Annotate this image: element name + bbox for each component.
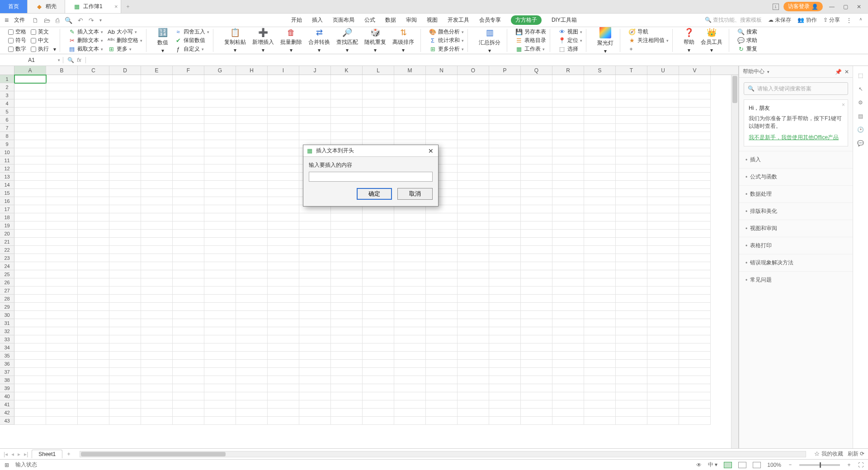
cell[interactable] bbox=[426, 246, 458, 254]
cell[interactable] bbox=[204, 295, 236, 303]
cell[interactable] bbox=[109, 189, 141, 197]
cell[interactable] bbox=[521, 254, 552, 262]
cell[interactable] bbox=[363, 409, 394, 417]
cell[interactable] bbox=[46, 75, 78, 83]
cell[interactable] bbox=[204, 189, 236, 197]
cell[interactable] bbox=[14, 343, 46, 352]
cell[interactable] bbox=[46, 221, 78, 230]
cell[interactable] bbox=[679, 108, 711, 116]
share-button[interactable]: ⇪ 分享 bbox=[823, 16, 840, 24]
cell[interactable] bbox=[489, 83, 521, 91]
cell[interactable] bbox=[204, 262, 236, 270]
cell[interactable] bbox=[268, 392, 299, 400]
cell[interactable] bbox=[204, 173, 236, 181]
cell[interactable] bbox=[141, 173, 173, 181]
cell[interactable] bbox=[647, 360, 679, 368]
cell[interactable] bbox=[204, 132, 236, 140]
cell[interactable] bbox=[268, 360, 299, 368]
cell[interactable] bbox=[14, 83, 46, 91]
row-header[interactable]: 20 bbox=[0, 230, 14, 238]
vertical-scrollbar[interactable] bbox=[731, 75, 738, 448]
cell[interactable] bbox=[521, 400, 552, 409]
cell[interactable] bbox=[521, 287, 552, 295]
row-header[interactable]: 13 bbox=[0, 173, 14, 181]
cell[interactable] bbox=[616, 156, 647, 164]
cell[interactable] bbox=[521, 352, 552, 360]
row-header[interactable]: 29 bbox=[0, 303, 14, 311]
cell[interactable] bbox=[458, 181, 489, 189]
cell[interactable] bbox=[236, 83, 268, 91]
cell[interactable] bbox=[647, 352, 679, 360]
sheet-nav-prev[interactable]: ◂ bbox=[11, 451, 14, 457]
cell[interactable] bbox=[268, 75, 299, 83]
cell[interactable] bbox=[78, 189, 109, 197]
cell[interactable] bbox=[78, 173, 109, 181]
cell[interactable] bbox=[679, 91, 711, 99]
cell[interactable] bbox=[647, 116, 679, 124]
cell[interactable] bbox=[173, 400, 204, 409]
cell[interactable] bbox=[204, 91, 236, 99]
cell[interactable] bbox=[204, 384, 236, 392]
cell[interactable] bbox=[521, 132, 552, 140]
cell[interactable] bbox=[552, 238, 584, 246]
cell[interactable] bbox=[236, 91, 268, 99]
cell[interactable] bbox=[489, 99, 521, 108]
cell[interactable] bbox=[14, 417, 46, 425]
cell[interactable] bbox=[521, 99, 552, 108]
cell[interactable] bbox=[394, 221, 426, 230]
column-header[interactable]: H bbox=[236, 66, 268, 75]
cell[interactable] bbox=[458, 392, 489, 400]
row-header[interactable]: 9 bbox=[0, 140, 14, 148]
btn-nav-plus[interactable]: ＋ bbox=[628, 45, 669, 53]
cell[interactable] bbox=[458, 254, 489, 262]
cell[interactable] bbox=[584, 213, 616, 221]
cell[interactable] bbox=[584, 132, 616, 140]
cell[interactable] bbox=[141, 75, 173, 83]
cell[interactable] bbox=[14, 303, 46, 311]
cell[interactable] bbox=[204, 287, 236, 295]
cell[interactable] bbox=[679, 335, 711, 343]
cell[interactable] bbox=[299, 392, 331, 400]
cell[interactable] bbox=[584, 311, 616, 319]
cell[interactable] bbox=[14, 295, 46, 303]
cell[interactable] bbox=[109, 213, 141, 221]
zoom-icon[interactable]: 🔍 bbox=[67, 57, 74, 63]
help-topic-item[interactable]: •错误现象解决方法 bbox=[739, 254, 853, 271]
cell[interactable] bbox=[173, 108, 204, 116]
cell[interactable] bbox=[299, 238, 331, 246]
cell[interactable] bbox=[173, 303, 204, 311]
cell[interactable] bbox=[616, 360, 647, 368]
cell[interactable] bbox=[141, 327, 173, 335]
cell[interactable] bbox=[299, 75, 331, 83]
cell[interactable] bbox=[647, 409, 679, 417]
cell[interactable] bbox=[204, 417, 236, 425]
cell[interactable] bbox=[299, 213, 331, 221]
column-header[interactable]: J bbox=[299, 66, 331, 75]
cell[interactable] bbox=[394, 384, 426, 392]
btn-batchdel[interactable]: 🗑批量删除▾ bbox=[278, 29, 305, 52]
cell[interactable] bbox=[552, 270, 584, 278]
cell[interactable] bbox=[616, 295, 647, 303]
cell[interactable] bbox=[331, 335, 363, 343]
side-chat-icon[interactable]: 💬 bbox=[857, 140, 864, 146]
cell[interactable] bbox=[268, 246, 299, 254]
cell[interactable] bbox=[141, 83, 173, 91]
cell[interactable] bbox=[394, 262, 426, 270]
cell[interactable] bbox=[109, 99, 141, 108]
cell[interactable] bbox=[521, 270, 552, 278]
cell[interactable] bbox=[679, 99, 711, 108]
cell[interactable] bbox=[141, 246, 173, 254]
row-header[interactable]: 25 bbox=[0, 270, 14, 278]
cell[interactable] bbox=[14, 262, 46, 270]
cell[interactable] bbox=[331, 392, 363, 400]
cell[interactable] bbox=[236, 156, 268, 164]
cell[interactable] bbox=[331, 400, 363, 409]
btn-view[interactable]: 👁视图▾ bbox=[558, 28, 582, 36]
cell[interactable] bbox=[489, 91, 521, 99]
cell[interactable] bbox=[458, 124, 489, 132]
cell[interactable] bbox=[647, 295, 679, 303]
cell[interactable] bbox=[46, 376, 78, 384]
cell[interactable] bbox=[647, 221, 679, 230]
tab-daoke[interactable]: ◆ 稻壳 bbox=[28, 0, 65, 13]
cell[interactable] bbox=[552, 83, 584, 91]
